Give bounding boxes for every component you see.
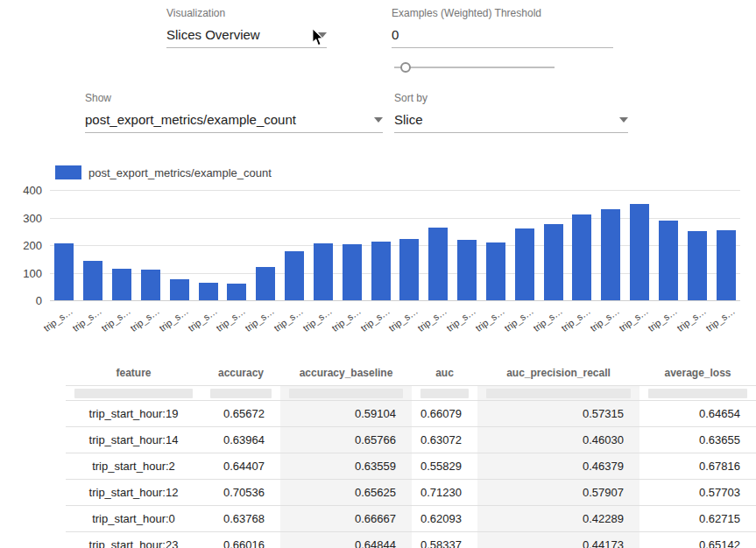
- table-filter-cell: [412, 386, 477, 400]
- metric-cell: 0.58337: [412, 532, 477, 548]
- metric-cell: 0.44173: [477, 532, 639, 548]
- threshold-slider[interactable]: [394, 61, 555, 74]
- x-axis-tick-label: trip_s…: [215, 306, 248, 334]
- bar[interactable]: [630, 204, 649, 300]
- metric-cell: 0.63768: [201, 506, 280, 531]
- show-value-row[interactable]: post_export_metrics/example_count: [85, 112, 383, 133]
- bar[interactable]: [227, 284, 246, 300]
- feature-cell: trip_start_hour:0: [66, 506, 201, 531]
- slices-overview-app: Visualization Slices Overview Examples (…: [0, 0, 756, 548]
- x-axis-tick-label: trip_s…: [531, 306, 564, 334]
- bar[interactable]: [141, 270, 160, 300]
- table-filter-cell: [201, 386, 280, 400]
- bar[interactable]: [544, 224, 563, 300]
- bar[interactable]: [199, 283, 218, 300]
- table-header-cell: accuracy_baseline: [280, 361, 412, 385]
- table-filter-cell: [280, 386, 412, 400]
- table-row: trip_start_hour:230.660160.648440.583370…: [66, 532, 756, 548]
- column-filter-input[interactable]: [648, 389, 747, 398]
- metric-cell: 0.66079: [412, 401, 477, 426]
- x-axis-tick-label: trip_s…: [444, 306, 477, 334]
- bar[interactable]: [112, 269, 131, 300]
- y-axis-tick-label: 400: [23, 184, 42, 197]
- bar[interactable]: [659, 221, 678, 300]
- column-filter-input[interactable]: [74, 389, 193, 398]
- x-axis-tick-label: trip_s…: [387, 306, 420, 334]
- metric-cell: 0.66016: [201, 532, 280, 548]
- mouse-cursor-icon: [312, 29, 326, 51]
- column-filter-input[interactable]: [289, 389, 403, 398]
- bar[interactable]: [343, 244, 362, 300]
- bar[interactable]: [256, 267, 275, 300]
- table-row: trip_start_hour:00.637680.666670.620930.…: [66, 506, 756, 532]
- visualization-label: Visualization: [166, 7, 327, 19]
- metric-cell: 0.57315: [477, 401, 639, 426]
- metric-cell: 0.57703: [639, 480, 756, 505]
- table-header-cell: average_loss: [639, 361, 756, 385]
- x-axis-tick-label: trip_s…: [42, 306, 75, 334]
- feature-cell: trip_start_hour:19: [66, 401, 201, 426]
- x-axis-tick-label: trip_s…: [617, 306, 650, 334]
- legend-label: post_export_metrics/example_count: [88, 166, 272, 179]
- bar[interactable]: [170, 279, 189, 300]
- y-axis-tick-label: 100: [23, 266, 42, 279]
- table-header-row: featureaccuracyaccuracy_baselineaucauc_p…: [66, 361, 756, 386]
- sort-by-value-row[interactable]: Slice: [394, 112, 628, 133]
- visualization-select[interactable]: Visualization Slices Overview: [166, 7, 327, 48]
- bar[interactable]: [457, 240, 477, 300]
- table-body: trip_start_hour:190.656720.591040.660790…: [66, 401, 756, 548]
- bar[interactable]: [601, 209, 620, 300]
- threshold-value: 0: [392, 27, 399, 42]
- column-filter-input[interactable]: [486, 389, 631, 398]
- bar[interactable]: [717, 230, 736, 300]
- bar[interactable]: [572, 214, 591, 300]
- metric-cell: 0.71230: [412, 480, 477, 505]
- metric-cell: 0.63655: [639, 427, 756, 453]
- metric-cell: 0.62715: [639, 506, 756, 531]
- bar[interactable]: [285, 251, 304, 300]
- bar[interactable]: [399, 239, 419, 300]
- x-axis-tick-label: trip_s…: [71, 306, 104, 334]
- column-filter-input[interactable]: [420, 389, 469, 398]
- show-select[interactable]: Show post_export_metrics/example_count: [85, 92, 383, 133]
- x-axis-tick-label: trip_s…: [329, 306, 363, 334]
- bar[interactable]: [486, 242, 505, 300]
- threshold-input[interactable]: 0: [392, 27, 613, 48]
- x-axis-tick-label: trip_s…: [128, 306, 161, 334]
- x-axis-tick-label: trip_s…: [300, 306, 334, 334]
- sort-by-select[interactable]: Sort by Slice: [394, 92, 628, 133]
- gridline: [50, 300, 740, 301]
- feature-cell: trip_start_hour:23: [66, 532, 201, 548]
- table-header-cell: auc_precision_recall: [477, 361, 639, 385]
- x-axis-tick-label: trip_s…: [416, 306, 449, 334]
- column-filter-input[interactable]: [210, 389, 272, 398]
- y-axis-tick-label: 0: [36, 294, 42, 307]
- metric-cell: 0.59104: [280, 401, 412, 426]
- slider-knob[interactable]: [400, 62, 411, 73]
- x-axis-tick-label: trip_s…: [675, 306, 708, 334]
- slider-track[interactable]: [394, 67, 555, 68]
- x-axis-tick-label: trip_s…: [646, 306, 679, 334]
- bar[interactable]: [688, 231, 707, 300]
- show-label: Show: [85, 92, 383, 104]
- bar[interactable]: [83, 261, 102, 300]
- chart-legend: post_export_metrics/example_count: [55, 165, 272, 179]
- table-filter-cell: [639, 386, 756, 400]
- table-row: trip_start_hour:190.656720.591040.660790…: [66, 401, 756, 427]
- bar[interactable]: [371, 242, 391, 300]
- metric-cell: 0.66667: [280, 506, 412, 531]
- x-axis-tick-label: trip_s…: [99, 306, 132, 334]
- x-axis-tick-label: trip_s…: [502, 306, 535, 334]
- visualization-value-row[interactable]: Slices Overview: [166, 27, 327, 48]
- visualization-value: Slices Overview: [166, 27, 260, 42]
- metric-cell: 0.64654: [639, 401, 756, 426]
- bar[interactable]: [314, 243, 333, 300]
- metric-cell: 0.63559: [280, 453, 412, 479]
- bar[interactable]: [515, 228, 534, 300]
- feature-cell: trip_start_hour:14: [66, 427, 201, 453]
- bar[interactable]: [428, 228, 448, 300]
- threshold-input-group: Examples (Weighted) Threshold 0: [392, 7, 613, 48]
- metric-cell: 0.63964: [201, 427, 280, 453]
- gridline: [50, 190, 740, 191]
- bar[interactable]: [54, 243, 74, 300]
